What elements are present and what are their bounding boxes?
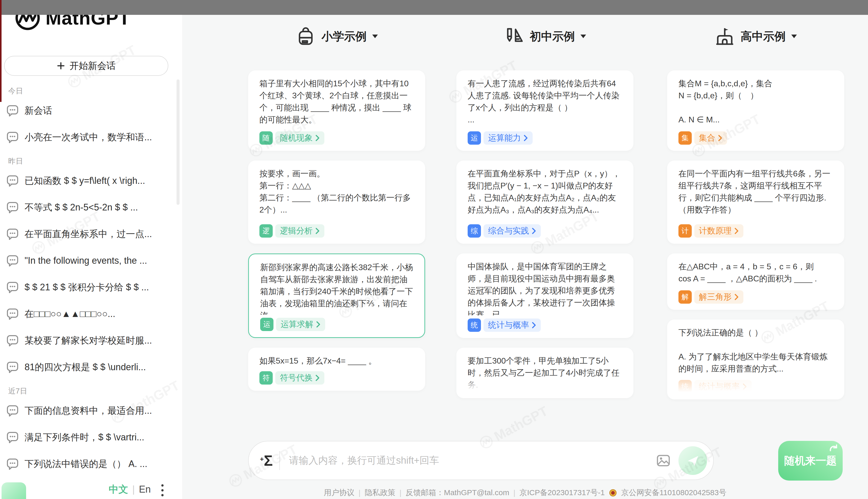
- conversation-title: 某校要了解家长对学校延时服...: [25, 334, 152, 347]
- topic-tag[interactable]: 随随机现象: [260, 131, 324, 145]
- conversation-title: 不等式 $ $ 2n-5<5-2n $ $ ...: [25, 201, 138, 214]
- chat-bubble-icon: [7, 458, 18, 470]
- language-option-zh[interactable]: 中文: [109, 483, 128, 496]
- example-card[interactable]: 在△ABC中，a = 4，b = 5，c = 6，则 cos A = ____ …: [667, 254, 844, 310]
- section-header-elementary[interactable]: 小学示例: [248, 26, 425, 47]
- example-question-text: 按要求，画一画。 第一行：△△△ 第二行：____ （第二行的个数比第一行多2个…: [260, 168, 414, 221]
- example-column-elementary: 箱子里有大小相同的15个小球，其中有10个红球、3个黄球、2个白球，任意摸出一个…: [248, 70, 425, 391]
- example-card[interactable]: 箱子里有大小相同的15个小球，其中有10个红球、3个黄球、2个白球，任意摸出一个…: [248, 70, 425, 151]
- chevron-right-icon: [315, 134, 320, 142]
- topic-tag[interactable]: 解解三角形: [678, 290, 743, 304]
- topic-tag-icon: 解: [678, 290, 692, 304]
- topic-tag-text: 集合: [699, 132, 715, 144]
- topic-tag-label: 符号代换: [275, 371, 324, 385]
- topic-tag-text: 符号代换: [280, 372, 313, 384]
- chevron-right-icon: [316, 321, 320, 328]
- topic-tag[interactable]: 计计数原理: [678, 224, 743, 238]
- chevron-down-icon: [791, 34, 797, 39]
- footer-divider: |: [513, 488, 515, 497]
- send-button[interactable]: [678, 446, 707, 475]
- section-header-middle-school[interactable]: 初中示例: [456, 26, 633, 47]
- conversation-item[interactable]: 下列说法中错误的是（） A. ...: [7, 451, 177, 477]
- conversation-item[interactable]: 已知函数 $ $ y=f\left( x \righ...: [7, 168, 177, 194]
- composer-bar: + Σ: [248, 441, 714, 480]
- topic-tag-label: 计数原理: [694, 224, 743, 238]
- example-card[interactable]: 下列说法正确的是（ ） A. 为了了解东北地区中学生每天体育锻炼的时间，应采用普…: [667, 319, 844, 399]
- topic-tag-icon: 计: [678, 224, 692, 238]
- conversation-item[interactable]: 在平面直角坐标系中，过一点...: [7, 221, 177, 247]
- feedback-email[interactable]: 反馈邮箱：MathGPT@tal.com: [405, 487, 510, 498]
- example-card[interactable]: 集合M = {a,b,c,d,e}，集合 N = {b,d,e}，则（ ） A.…: [667, 70, 844, 151]
- fade-overlay: [456, 374, 633, 398]
- topic-tag-icon: 运: [468, 131, 481, 145]
- topic-tag[interactable]: 统统计与概率: [468, 318, 541, 332]
- example-card[interactable]: 按要求，画一画。 第一行：△△△ 第二行：____ （第二行的个数比第一行多2个…: [248, 160, 425, 244]
- message-input[interactable]: [289, 455, 656, 466]
- conversation-item[interactable]: 在□□□○○▲▲□□□○○...: [7, 301, 177, 327]
- conversation-title: 在□□□○○▲▲□□□○○...: [25, 308, 115, 320]
- topic-tag-text: 计数原理: [699, 225, 732, 236]
- topic-tag[interactable]: 综综合与实践: [468, 224, 541, 238]
- topic-tag-label: 运算能力: [483, 131, 533, 145]
- topic-tag-label: 解三角形: [694, 290, 743, 304]
- topic-tag-text: 运算能力: [488, 132, 521, 144]
- topic-tag[interactable]: 集集合: [678, 131, 727, 145]
- icp-number[interactable]: 京ICP备2023017317号-1: [519, 487, 605, 498]
- example-question-text: 在平面直角坐标系中，对于点P（x，y），我们把点P′(y − 1, −x − 1…: [468, 168, 622, 221]
- example-card[interactable]: 新邵到张家界的高速公路长382千米，小杨自驾车从新邵去张家界旅游，出发前把油箱加…: [248, 254, 425, 338]
- chevron-right-icon: [532, 227, 536, 234]
- watermark-text: MathGPT: [491, 403, 550, 444]
- random-question-button[interactable]: 随机来一题: [778, 441, 843, 480]
- conversation-title: 新会话: [25, 105, 52, 117]
- footer-link[interactable]: 用户协议: [324, 487, 355, 498]
- conversation-item[interactable]: 下面的信息资料中，最适合用...: [7, 397, 177, 424]
- conversation-item[interactable]: 不等式 $ $ 2n-5<5-2n $ $ ...: [7, 194, 177, 221]
- topic-tag[interactable]: 运运算能力: [468, 131, 533, 145]
- chat-bubble-icon: [7, 255, 18, 267]
- history-group-label: 今日: [8, 86, 177, 96]
- topic-tag[interactable]: 符符号代换: [260, 371, 324, 385]
- section-header-high-school[interactable]: 高中示例: [667, 26, 844, 47]
- conversation-item[interactable]: 满足下列条件时，$ $ \vartri...: [7, 424, 177, 451]
- chevron-right-icon: [718, 134, 722, 142]
- topic-tag[interactable]: 运运算求解: [260, 318, 325, 331]
- topic-tag-text: 运算求解: [281, 319, 313, 330]
- section-title: 初中示例: [530, 29, 575, 44]
- footer-link[interactable]: 隐私政策: [365, 487, 395, 498]
- conversation-item[interactable]: $ $ 21 $ $ 张积分卡分给 $ $ ...: [7, 274, 177, 301]
- conversation-item[interactable]: 某校要了解家长对学校延时服...: [7, 327, 177, 354]
- example-card[interactable]: 在同一个平面内有一组平行线共6条，另一组平行线共7条，这两组平行线相互不平行，则…: [667, 160, 844, 244]
- kebab-icon: [161, 483, 164, 497]
- example-card[interactable]: 如果5x=15，那么7x−4= ____ 。符符号代换: [248, 348, 425, 391]
- conversation-item[interactable]: 新会话: [7, 97, 177, 124]
- example-card[interactable]: 在平面直角坐标系中，对于点P（x，y），我们把点P′(y − 1, −x − 1…: [456, 160, 633, 244]
- police-badge-icon: [609, 488, 617, 497]
- topic-tag-icon: 符: [260, 371, 273, 385]
- police-record-number[interactable]: 京公网安备11010802042583号: [621, 487, 726, 498]
- topic-tag-icon: 随: [260, 131, 273, 145]
- conversation-item[interactable]: "In the following events, the ...: [7, 247, 177, 274]
- chevron-right-icon: [734, 227, 739, 234]
- avatar[interactable]: [1, 482, 26, 499]
- example-question-text: 在△ABC中，a = 4，b = 5，c = 6，则 cos A = ____ …: [678, 260, 833, 287]
- sidebar-scrollbar[interactable]: [177, 80, 179, 205]
- conversation-title: 下列说法中错误的是（） A. ...: [25, 458, 147, 470]
- example-question-text: 在同一个平面内有一组平行线共6条，另一组平行线共7条，这两组平行线相互不平行，则…: [678, 168, 833, 221]
- conversation-item[interactable]: 81的四次方根是 $ $ \underli...: [7, 354, 177, 380]
- upload-image-button[interactable]: [656, 454, 670, 467]
- more-menu-button[interactable]: [161, 483, 164, 497]
- chat-bubble-icon: [7, 431, 18, 443]
- topic-tag[interactable]: 逻逻辑分析: [260, 224, 324, 238]
- conversation-item[interactable]: 小亮在一次考试中，数学和语...: [7, 124, 177, 150]
- topic-tag-icon: 综: [468, 224, 481, 238]
- example-question-text: 如果5x=15，那么7x−4= ____ 。: [260, 355, 414, 368]
- example-card[interactable]: 中国体操队，是中国体育军团的王牌之师，是目前现役中国运动员中拥有最多奥运冠军的团…: [456, 254, 633, 338]
- new-chat-button[interactable]: 开始新会话: [4, 56, 168, 76]
- language-switch: 中文 | En: [109, 483, 151, 496]
- formula-input-icon[interactable]: + Σ: [260, 453, 273, 468]
- history-group-label: 昨日: [8, 156, 177, 167]
- chat-bubble-icon: [7, 281, 18, 293]
- example-card[interactable]: 要加工300个零件，甲先单独加工了5小时，然后又与乙一起加工了4小时完成了任务.…: [456, 348, 633, 398]
- example-card[interactable]: 有一人患了流感，经过两轮传染后共有64人患了流感. 设每轮传染中平均一个人传染了…: [456, 70, 633, 151]
- language-option-en[interactable]: En: [139, 484, 151, 495]
